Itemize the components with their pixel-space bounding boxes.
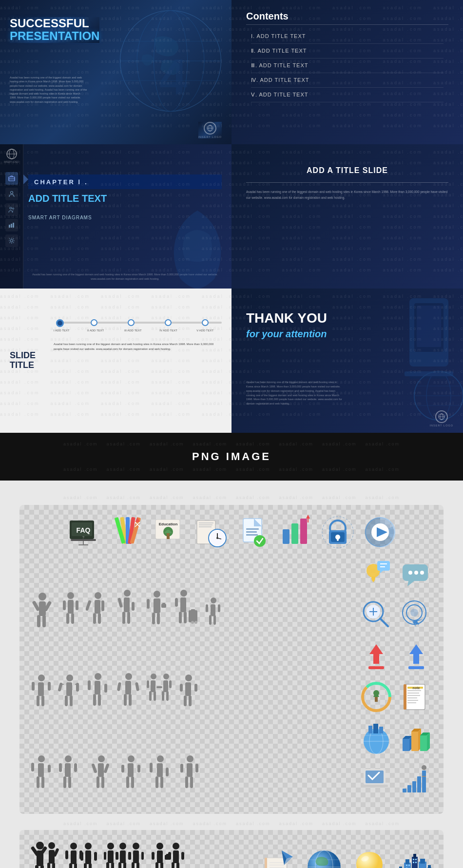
globe-3d-icon bbox=[305, 848, 343, 868]
svg-point-169 bbox=[151, 674, 156, 679]
svg-point-66 bbox=[254, 535, 266, 547]
target-click-icon bbox=[399, 597, 434, 632]
svg-rect-200 bbox=[407, 697, 417, 698]
slide6-subtitle: for your attention bbox=[246, 328, 327, 340]
svg-rect-145 bbox=[37, 695, 39, 706]
svg-point-98 bbox=[124, 590, 131, 597]
svg-point-272 bbox=[48, 842, 55, 849]
svg-point-61 bbox=[216, 537, 218, 539]
svg-rect-228 bbox=[137, 765, 140, 772]
svg-rect-233 bbox=[150, 763, 153, 772]
slide-2-contents: asadal .com asadal .com asadal .com asad… bbox=[232, 0, 463, 144]
svg-rect-161 bbox=[88, 680, 91, 690]
svg-rect-65 bbox=[246, 534, 258, 536]
globe-city-icon bbox=[359, 722, 394, 757]
svg-rect-170 bbox=[151, 680, 155, 692]
svg-rect-37 bbox=[71, 539, 96, 541]
search-magnify-icon bbox=[359, 597, 394, 632]
slide5-title-line2: TITLE bbox=[10, 361, 36, 370]
svg-point-133 bbox=[414, 571, 418, 575]
svg-rect-246 bbox=[373, 724, 378, 733]
svg-point-314 bbox=[173, 843, 179, 849]
svg-rect-287 bbox=[80, 852, 83, 861]
svg-point-180 bbox=[185, 675, 192, 681]
nav-icon-briefcase[interactable] bbox=[5, 172, 18, 185]
timeline-label-3: III ADD TEXT bbox=[124, 329, 142, 332]
svg-rect-274 bbox=[47, 863, 50, 868]
svg-rect-248 bbox=[403, 739, 409, 751]
svg-rect-152 bbox=[70, 695, 73, 706]
svg-point-175 bbox=[163, 674, 169, 679]
svg-rect-168 bbox=[135, 682, 139, 691]
svg-rect-273 bbox=[49, 850, 55, 864]
svg-rect-318 bbox=[168, 852, 171, 860]
slide-5-timeline: asadal .com asadal .com asadal .com asad… bbox=[0, 289, 232, 433]
svg-rect-174 bbox=[156, 686, 162, 688]
svg-rect-147 bbox=[32, 682, 35, 691]
slide-1-title: asadal .com asadal .com asadal .com asad… bbox=[0, 0, 232, 144]
svg-rect-56 bbox=[199, 526, 212, 527]
svg-rect-54 bbox=[199, 522, 213, 523]
slide4-body-text: Asadal has been running one of the bigge… bbox=[246, 189, 448, 200]
nav-icon-gear[interactable] bbox=[5, 234, 18, 247]
svg-rect-208 bbox=[41, 776, 44, 788]
contents-item-4: Ⅳ. ADD TITLE TEXT bbox=[251, 73, 444, 88]
nav-icon-people[interactable] bbox=[5, 188, 18, 200]
svg-point-283 bbox=[85, 843, 92, 849]
svg-point-163 bbox=[125, 673, 132, 680]
svg-rect-116 bbox=[189, 610, 197, 622]
multi-group-icon bbox=[103, 841, 147, 868]
svg-rect-232 bbox=[160, 776, 163, 788]
svg-rect-199 bbox=[407, 695, 420, 696]
svg-point-16 bbox=[10, 207, 12, 209]
svg-rect-93 bbox=[95, 600, 100, 614]
svg-rect-87 bbox=[68, 600, 74, 614]
svg-rect-198 bbox=[407, 693, 419, 694]
svg-rect-113 bbox=[179, 612, 182, 623]
svg-rect-306 bbox=[141, 852, 144, 860]
svg-rect-20 bbox=[13, 223, 14, 228]
svg-point-104 bbox=[154, 591, 160, 598]
svg-point-142 bbox=[410, 609, 418, 617]
svg-rect-268 bbox=[35, 865, 39, 868]
slide3-smart-art: SMART ART DIAGRAMS bbox=[28, 215, 92, 220]
svg-rect-176 bbox=[163, 680, 168, 692]
city-skyline-icon bbox=[396, 848, 434, 868]
svg-rect-183 bbox=[189, 695, 192, 706]
svg-rect-231 bbox=[155, 776, 158, 788]
svg-rect-184 bbox=[180, 684, 183, 692]
svg-rect-150 bbox=[66, 682, 72, 696]
svg-rect-278 bbox=[71, 850, 77, 864]
speech-bubble-icon bbox=[399, 557, 434, 592]
nav-icon-chart[interactable] bbox=[5, 219, 18, 231]
bar-chart-icon bbox=[278, 515, 313, 550]
slide2-contents-list: Ⅰ. ADD TITLE TEXT Ⅱ. ADD TITLE TEXT Ⅲ. A… bbox=[232, 29, 463, 102]
svg-rect-179 bbox=[169, 680, 172, 688]
svg-rect-298 bbox=[123, 862, 126, 868]
svg-rect-286 bbox=[89, 863, 92, 868]
svg-rect-285 bbox=[84, 863, 87, 868]
timeline-label-1: I ADD TEXT bbox=[54, 329, 70, 332]
celebration-group-icon bbox=[29, 840, 61, 868]
laptop-check-icon bbox=[359, 762, 394, 797]
svg-rect-291 bbox=[106, 862, 109, 868]
svg-rect-345 bbox=[408, 865, 410, 866]
svg-point-266 bbox=[36, 842, 44, 849]
slide6-logo-label: INSERT LOGO bbox=[430, 424, 453, 427]
svg-rect-264 bbox=[422, 771, 426, 792]
svg-rect-112 bbox=[180, 598, 186, 612]
svg-rect-67 bbox=[283, 529, 289, 544]
bar-chart-3d-icon bbox=[399, 722, 434, 757]
growth-chart-icon bbox=[399, 762, 434, 797]
svg-rect-102 bbox=[117, 598, 123, 608]
svg-rect-302 bbox=[133, 850, 139, 863]
svg-text:Education: Education bbox=[158, 522, 177, 526]
svg-rect-101 bbox=[127, 612, 130, 624]
svg-rect-321 bbox=[265, 858, 267, 868]
svg-point-235 bbox=[187, 755, 193, 762]
nav-icon-person[interactable] bbox=[5, 203, 18, 216]
svg-rect-215 bbox=[59, 763, 62, 772]
svg-rect-316 bbox=[172, 862, 174, 868]
timeline-label-2: II ADD TEXT bbox=[87, 329, 104, 332]
svg-rect-167 bbox=[117, 682, 121, 691]
